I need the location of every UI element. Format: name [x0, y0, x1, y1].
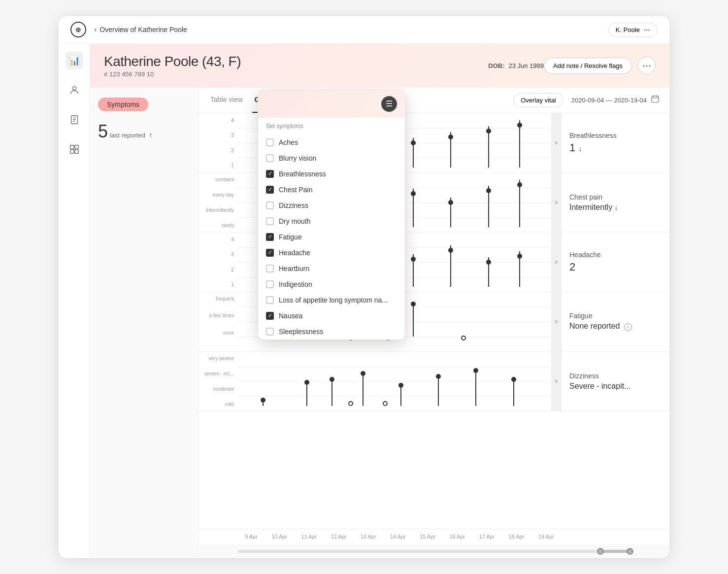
- scroll-handle-left[interactable]: |||: [597, 548, 604, 555]
- dropdown-title: Set symptoms: [258, 118, 405, 133]
- dropdown-item-sleeplessness[interactable]: Sleeplessness: [258, 324, 405, 339]
- dropdown-item-headache[interactable]: ✓ Headache: [258, 245, 405, 261]
- checkbox-breathlessness[interactable]: ✓: [266, 170, 274, 178]
- summary-breathlessness: Breathlessness 1 ↓: [561, 113, 669, 172]
- patient-dob: DOB: 23 Jun 1989: [488, 62, 544, 69]
- dropdown-item-lossofappetite[interactable]: Loss of appetite long symptom na...: [258, 292, 405, 308]
- dropdown-item-dizziness[interactable]: Dizziness: [258, 198, 405, 213]
- svg-rect-8: [74, 149, 78, 153]
- chart-row-labels-3: 4 3 2 1: [199, 233, 238, 292]
- row-expand-4[interactable]: [551, 292, 561, 351]
- checkbox-heartburn[interactable]: [266, 265, 274, 272]
- sidebar-item-person[interactable]: [66, 81, 83, 99]
- checkbox-fatigue[interactable]: ✓: [266, 233, 274, 241]
- dob-value: 23 Jun 1989: [509, 62, 544, 69]
- last-reported-count: 5: [98, 121, 108, 141]
- summary-name-1: Breathlessness: [569, 132, 662, 139]
- checkbox-headache[interactable]: ✓: [266, 249, 274, 257]
- app-logo: ⊕: [70, 22, 86, 37]
- info-icon[interactable]: i: [624, 323, 632, 331]
- summary-value-4: None reported i: [569, 322, 662, 331]
- dropdown-item-heartburn[interactable]: Heartburn: [258, 261, 405, 276]
- summary-name-5: Dizziness: [569, 372, 662, 380]
- svg-rect-5: [70, 145, 73, 148]
- dropdown-item-breathlessness[interactable]: ✓ Breathlessness: [258, 166, 405, 182]
- chart-row-labels-2: constant every day intermittently rarely: [199, 173, 238, 232]
- summary-value-1: 1 ↓: [569, 141, 662, 154]
- chart-row-labels-4: frequent a few times once: [199, 292, 238, 351]
- summary-value-2: Intermitently ↓: [569, 203, 662, 212]
- calendar-icon[interactable]: [651, 95, 660, 105]
- top-nav: ⊕ ‹ Overview of Katherine Poole K. Poole…: [59, 16, 669, 44]
- dropdown-label-dizziness: Dizziness: [279, 202, 308, 209]
- dob-label: DOB:: [488, 62, 504, 69]
- scrollbar-thumb[interactable]: ||| |||: [600, 550, 630, 553]
- scrollbar-track[interactable]: ||| |||: [238, 550, 630, 553]
- more-options-button[interactable]: ⋯: [638, 57, 656, 74]
- checkbox-drymouth[interactable]: [266, 217, 274, 225]
- summary-headache: Headache 2: [561, 233, 669, 292]
- sidebar-item-gallery[interactable]: [66, 140, 83, 158]
- checkbox-indigestion[interactable]: [266, 280, 274, 288]
- date-range-text: 2020-09-04 — 2020-19-04: [571, 97, 647, 104]
- scroll-handle-right[interactable]: |||: [627, 548, 633, 555]
- checkbox-lossofappetite[interactable]: [266, 296, 274, 304]
- svg-rect-7: [70, 149, 73, 153]
- checkbox-nausea[interactable]: ✓: [266, 312, 274, 320]
- row-expand-3[interactable]: [551, 233, 561, 292]
- dropdown-item-aches[interactable]: Aches: [258, 135, 405, 150]
- overlay-vital-button[interactable]: Overlay vital: [513, 93, 563, 107]
- dropdown-list: Aches Blurry vision ✓ Breathlessness: [258, 133, 405, 339]
- chart-section: Symptoms 5 last reported ↑ Table view Gr…: [90, 88, 669, 558]
- checkbox-sleeplessness[interactable]: [266, 328, 274, 336]
- dropdown-menu-button[interactable]: ☰: [381, 96, 397, 112]
- dropdown-label-aches: Aches: [279, 138, 298, 146]
- back-button[interactable]: ‹ Overview of Katherine Poole: [94, 25, 187, 34]
- sidebar-item-chart[interactable]: 📊: [66, 52, 83, 69]
- symptoms-badge[interactable]: Symptoms: [98, 98, 148, 111]
- summary-name-3: Headache: [569, 251, 662, 259]
- summary-dizziness: Dizziness Severe - incapit...: [561, 352, 669, 411]
- main-layout: 📊 Katherine Poole (43: [59, 44, 669, 558]
- checkbox-dizziness[interactable]: [266, 202, 274, 209]
- x-axis-labels: 9 Apr 10 Apr 11 Apr 12 Apr 13 Apr 14 Apr…: [238, 534, 561, 540]
- symptoms-dropdown[interactable]: ☰ Set symptoms Aches Blurry vision: [258, 90, 405, 340]
- checkbox-aches[interactable]: [266, 138, 274, 146]
- checkbox-blurry[interactable]: [266, 154, 274, 162]
- tab-table-view[interactable]: Table view: [208, 88, 244, 113]
- patient-info: Katherine Poole (43, F) # 123 456 789 10: [104, 54, 468, 78]
- chart-row-dizziness: very severe severe - inc... moderate mil…: [199, 352, 669, 411]
- dropdown-item-indigestion[interactable]: Indigestion: [258, 276, 405, 292]
- summary-value-5: Severe - incapit...: [569, 382, 662, 391]
- content-area: Katherine Poole (43, F) # 123 456 789 10…: [90, 44, 669, 558]
- dropdown-item-nausea[interactable]: ✓ Nausea: [258, 308, 405, 324]
- dropdown-item-fatigue[interactable]: ✓ Fatigue: [258, 229, 405, 245]
- left-panel: Symptoms 5 last reported ↑: [90, 88, 199, 558]
- checkbox-chestpain[interactable]: ✓: [266, 186, 274, 194]
- row-expand-2[interactable]: [551, 173, 561, 232]
- summary-name-2: Chest pain: [569, 193, 662, 201]
- dropdown-label-indigestion: Indigestion: [279, 280, 312, 288]
- dropdown-label-chestpain: Chest Pain: [279, 186, 312, 194]
- dropdown-item-drymouth[interactable]: Dry mouth: [258, 213, 405, 229]
- summary-fatigue: Fatigue None reported i: [561, 292, 669, 351]
- dropdown-label-drymouth: Dry mouth: [279, 217, 311, 225]
- dropdown-item-blurry[interactable]: Blurry vision: [258, 150, 405, 166]
- sidebar-item-document[interactable]: [66, 111, 83, 129]
- summary-chestpain: Chest pain Intermitently ↓: [561, 173, 669, 232]
- patient-id: # 123 456 789 10: [104, 70, 468, 78]
- row-expand-5[interactable]: [551, 352, 561, 411]
- dropdown-label-sleeplessness: Sleeplessness: [279, 328, 323, 336]
- user-menu-icon: ⋯: [644, 26, 650, 34]
- add-note-button[interactable]: Add note / Resolve flags: [544, 58, 632, 74]
- dropdown-item-chestpain[interactable]: ✓ Chest Pain: [258, 182, 405, 198]
- last-reported-arrow-icon: ↑: [149, 131, 153, 139]
- dropdown-label-breathlessness: Breathlessness: [279, 170, 326, 178]
- row-expand-1[interactable]: [551, 113, 561, 172]
- dropdown-label-blurry: Blurry vision: [279, 154, 316, 162]
- summary-name-4: Fatigue: [569, 312, 662, 320]
- svg-rect-9: [652, 96, 659, 102]
- user-menu-button[interactable]: K. Poole ⋯: [608, 23, 658, 37]
- nav-title: Overview of Katherine Poole: [99, 26, 187, 34]
- last-reported-label: last reported: [110, 132, 145, 139]
